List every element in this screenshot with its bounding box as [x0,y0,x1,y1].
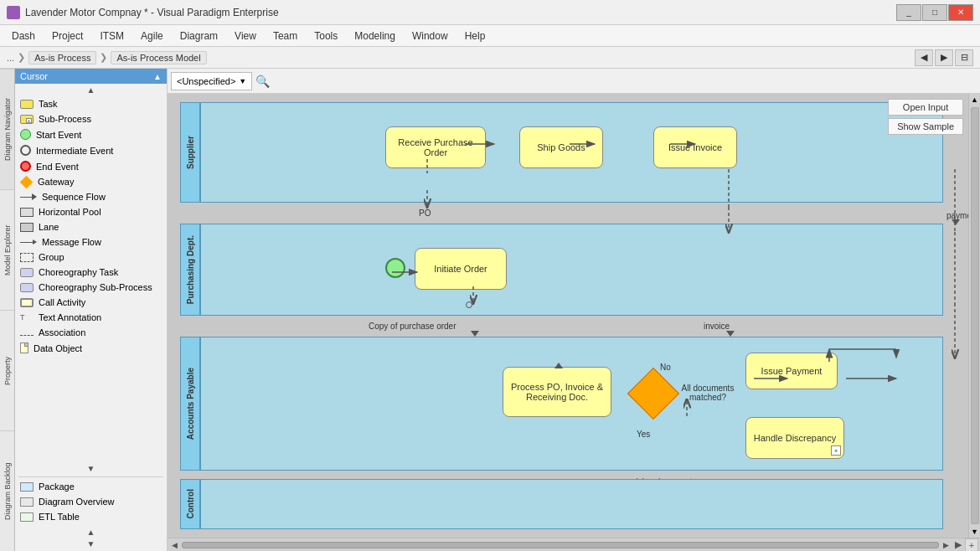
show-sample-button[interactable]: Show Sample [888,118,963,135]
breadcrumb: ... ❯ As-is Process ❯ As-is Process Mode… [0,47,980,69]
nav-back-button[interactable]: ◀ [915,49,933,66]
diagram-search-button[interactable]: 🔍 [255,75,270,88]
group-icon [20,253,34,262]
scroll-extend-right[interactable]: ▶ [952,539,965,550]
open-input-button[interactable]: Open Input [888,99,963,116]
minimize-button[interactable]: _ [896,4,921,21]
bottom-scroll-up[interactable]: ▲ [87,528,95,537]
menu-tools[interactable]: Tools [306,28,346,44]
palette-item-call-activity[interactable]: Call Activity [15,295,167,310]
invoice-label: invoice [704,322,730,331]
ship-goods-task[interactable]: Ship Goods [519,126,603,168]
initiate-order-task[interactable]: Initiate Order [415,248,507,290]
close-button[interactable]: ✕ [948,4,973,21]
palette-item-association[interactable]: Association [15,325,167,340]
choreography-subprocess-icon [20,283,34,292]
start-event[interactable] [385,258,405,278]
sequence-flow-icon [20,193,37,200]
nav-layout-button[interactable]: ⊟ [955,49,973,66]
palette-item-lane[interactable]: Lane [15,219,167,234]
palette-item-etl-table[interactable]: ETL Table [15,509,167,524]
palette-item-package[interactable]: Package [15,479,167,494]
app-title: Lavender Motor Compnay * - Visual Paradi… [25,7,279,18]
palette-label-lane: Lane [39,222,59,232]
palette-item-sequence-flow[interactable]: Sequence Flow [15,189,167,204]
receive-po-task[interactable]: Receive Purchase Order [385,126,486,168]
palette-item-start-event[interactable]: Start Event [15,126,167,142]
etl-table-icon [20,512,34,522]
menu-modeling[interactable]: Modeling [346,28,404,44]
h-scrollbar[interactable]: ◀ ▶ ▶ + [168,538,980,551]
menu-diagram[interactable]: Diagram [172,28,226,44]
process-po-task[interactable]: Process PO, Invoice & Receiving Doc. [503,367,611,417]
sidebar-tab-property[interactable]: Property [0,310,14,430]
palette-label-gateway: Gateway [38,177,74,187]
add-diagram-button[interactable]: + [965,538,978,552]
issue-payment-task[interactable]: Issue Payment [745,353,838,389]
menu-agile[interactable]: Agile [132,28,172,44]
scroll-up-arrow[interactable]: ▲ [15,84,167,96]
menu-dash[interactable]: Dash [3,28,44,44]
title-bar: Lavender Motor Compnay * - Visual Paradi… [0,0,980,25]
palette-item-group[interactable]: Group [15,250,167,265]
palette-item-gateway[interactable]: Gateway [15,174,167,189]
menu-view[interactable]: View [226,28,265,44]
scroll-down-arrow[interactable]: ▼ [15,462,167,475]
bottom-scroll-down[interactable]: ▼ [87,539,95,548]
palette-label-choreography-task: Choreography Task [39,267,118,277]
palette-label-intermediate-event: Intermediate Event [36,146,113,156]
sidebar-tab-diagram-backlog[interactable]: Diagram Backlog [0,430,14,551]
menu-itsm[interactable]: ITSM [91,28,132,44]
palette-item-end-event[interactable]: End Event [15,158,167,174]
palette-item-task[interactable]: Task [15,96,167,111]
palette-item-diagram-overview[interactable]: Diagram Overview [15,494,167,509]
palette-item-data-object[interactable]: Data Object [15,340,167,356]
menu-help[interactable]: Help [456,28,494,44]
left-sidebar: Diagram Navigator Model Explorer Propert… [0,69,168,551]
palette-label-end-event: End Event [36,162,79,172]
palette-label-horizontal-pool: Horizontal Pool [39,207,101,217]
palette-item-text-annotation[interactable]: T Text Annotation [15,310,167,325]
diagram-overview-icon [20,497,34,507]
breadcrumb-home[interactable]: ... [7,53,14,63]
vscroll-up[interactable]: ▲ [969,94,980,106]
menu-team[interactable]: Team [265,28,306,44]
palette-label-association: Association [39,327,85,337]
hscroll-left[interactable]: ◀ [169,541,180,549]
lane-icon [20,223,34,232]
palette-label-package: Package [39,481,75,492]
menu-window[interactable]: Window [404,28,456,44]
sidebar-tab-diagram-navigator[interactable]: Diagram Navigator [0,69,14,189]
palette-item-message-flow[interactable]: Message Flow [15,234,167,250]
accounts-payable-label: Accounts Payable [186,368,195,440]
hscroll-right[interactable]: ▶ [941,541,952,549]
unspecified-dropdown[interactable]: <Unspecified> ▼ [171,72,252,90]
main-layout: Diagram Navigator Model Explorer Propert… [0,69,980,551]
breadcrumb-asis-model[interactable]: As-is Process Model [111,51,206,64]
palette-item-subprocess[interactable]: + Sub-Process [15,111,167,126]
dropdown-arrow-icon: ▼ [239,77,246,85]
menu-bar: Dash Project ITSM Agile Diagram View Tea… [0,25,980,47]
issue-invoice-task[interactable]: Issue Invoice [653,126,737,168]
palette-item-choreography-subprocess[interactable]: Choreography Sub-Process [15,280,167,295]
palette-label-start-event: Start Event [36,130,81,140]
palette-label-sequence-flow: Sequence Flow [42,192,106,202]
nav-forward-button[interactable]: ▶ [935,49,953,66]
handle-discrepancy-task[interactable]: Handle Discrepancy + [745,417,844,459]
breadcrumb-sep-2: ❯ [100,52,107,63]
palette-label-message-flow: Message Flow [42,237,101,247]
app-icon [7,6,20,19]
vscroll-down[interactable]: ▼ [969,526,980,538]
maximize-button[interactable]: □ [922,4,947,21]
breadcrumb-sep-1: ❯ [18,52,25,63]
palette-label-diagram-overview: Diagram Overview [39,497,114,507]
palette-collapse[interactable]: ▲ [153,72,162,81]
control-lane-label: Control [186,489,195,519]
menu-project[interactable]: Project [44,28,91,44]
gateway-label: All documents matched? [670,384,745,402]
palette-item-horizontal-pool[interactable]: Horizontal Pool [15,204,167,219]
sidebar-tab-model-explorer[interactable]: Model Explorer [0,189,14,310]
breadcrumb-asis-process[interactable]: As-is Process [28,51,96,64]
palette-item-choreography-task[interactable]: Choreography Task [15,265,167,280]
palette-item-intermediate-event[interactable]: Intermediate Event [15,142,167,158]
